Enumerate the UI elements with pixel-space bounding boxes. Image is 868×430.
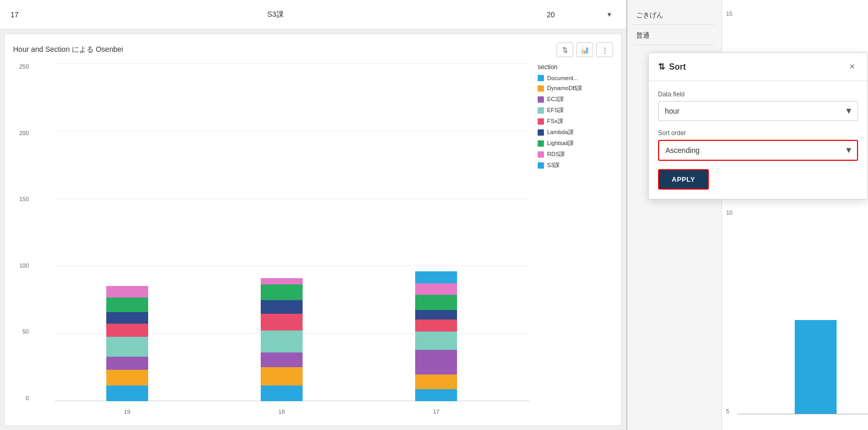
legend-color-ec2 [538, 96, 544, 103]
sort-order-select-wrapper: Ascending Descending ▼ [658, 140, 858, 161]
bar-segment [415, 350, 457, 374]
bars-area [34, 63, 529, 401]
legend-color-dynamodb [538, 85, 544, 92]
sort-dialog-close-button[interactable]: × [846, 60, 858, 73]
x-label-18: 18 [261, 409, 303, 415]
legend-item-s3: S3課 [538, 161, 613, 169]
legend-color-lambda [538, 129, 544, 136]
bar-segment [261, 330, 303, 352]
bar-group-19 [106, 286, 148, 401]
bar-segment [415, 310, 457, 319]
bar-group-18 [261, 278, 303, 401]
legend-label-s3: S3課 [547, 161, 560, 169]
right-bar [795, 320, 837, 414]
bar-segment [106, 337, 148, 357]
bar-segment [106, 370, 148, 385]
bar-segment [261, 284, 303, 300]
sort-dialog-icon: ⇅ [658, 62, 665, 72]
y-label-0: 0 [26, 395, 29, 401]
bar-stack-17 [415, 271, 457, 401]
bar-segment [106, 385, 148, 401]
y-label-250: 250 [19, 63, 29, 70]
legend-label-rds: RDS課 [547, 150, 565, 158]
bar-segment [415, 271, 457, 283]
row-num: 17 [10, 10, 52, 19]
sort-order-select[interactable]: Ascending Descending [658, 140, 858, 161]
chart-header: Hour and Section による Osenbei ⇅ 📊 ⋮ [13, 42, 613, 57]
sort-order-label: Sort order [658, 129, 858, 137]
sidebar-item-gokigen: ごきげん [634, 6, 715, 25]
bar-segment [106, 297, 148, 312]
legend-item-rds: RDS課 [538, 150, 613, 158]
legend: section Document... DynamoDB課 EC2課 EFS課 [529, 63, 613, 417]
right-y-10: 10 [726, 210, 732, 216]
y-label-200: 200 [19, 130, 29, 136]
row-value: 20 [498, 10, 603, 19]
chart-body: 250 200 150 100 50 0 [13, 63, 613, 417]
dropdown-arrow-icon[interactable]: ▼ [603, 8, 616, 21]
right-y-15: 15 [726, 10, 732, 17]
bar-segment [415, 283, 457, 295]
y-axis: 250 200 150 100 50 0 [13, 63, 32, 401]
bar-segment [261, 367, 303, 385]
legend-label-lightsail: Lightsail課 [547, 139, 574, 147]
bar-segment [261, 300, 303, 314]
bar-segment [415, 389, 457, 401]
sort-dialog-header: ⇅ Sort × [649, 53, 867, 81]
chart-title: Hour and Section による Osenbei [13, 45, 123, 54]
bar-segment [106, 286, 148, 297]
legend-item-fsx: FSx課 [538, 117, 613, 125]
legend-color-fsx [538, 118, 544, 125]
apply-button[interactable]: APPLY [658, 169, 709, 190]
row-section: S3課 [52, 10, 498, 19]
legend-label-dynamodb: DynamoDB課 [547, 84, 582, 92]
bar-segment [106, 312, 148, 324]
legend-color-efs [538, 107, 544, 114]
bar-stack-19 [106, 286, 148, 401]
sort-toolbar-button[interactable]: ⇅ [557, 42, 573, 57]
bar-segment [415, 332, 457, 350]
legend-item-document: Document... [538, 75, 613, 81]
right-y-5: 5 [726, 408, 729, 414]
legend-label-ec2: EC2課 [547, 95, 564, 103]
table-row: 17 S3課 20 ▼ [0, 0, 626, 29]
data-field-select[interactable]: hour section [658, 101, 858, 121]
data-field-select-wrapper: hour section ▼ [658, 101, 858, 121]
sidebar-item-futsuu: 普通 [634, 27, 715, 45]
y-label-150: 150 [19, 196, 29, 202]
bar-segment [261, 278, 303, 284]
bar-segment [261, 352, 303, 367]
sort-dialog-title-text: Sort [669, 62, 686, 72]
bar-chart-toolbar-button[interactable]: 📊 [576, 42, 593, 57]
chart-area: 250 200 150 100 50 0 [13, 63, 529, 417]
bar-group-17 [415, 271, 457, 401]
chart-toolbar: ⇅ 📊 ⋮ [557, 42, 613, 57]
sort-dialog-body: Data field hour section ▼ Sort order Asc… [649, 81, 867, 199]
more-options-button[interactable]: ⋮ [596, 42, 613, 57]
y-label-100: 100 [19, 262, 29, 269]
legend-item-efs: EFS課 [538, 106, 613, 114]
legend-label-lambda: Lambda課 [547, 128, 574, 136]
legend-title: section [538, 63, 613, 71]
bar-segment [415, 374, 457, 389]
legend-label-document: Document... [547, 75, 578, 81]
sort-dialog-title: ⇅ Sort [658, 62, 686, 72]
y-label-50: 50 [23, 328, 29, 335]
bar-segment [106, 357, 148, 370]
right-baseline [738, 414, 868, 414]
x-label-19: 19 [106, 409, 148, 415]
bar-segment [106, 324, 148, 337]
legend-color-s3 [538, 162, 544, 169]
chart-panel: Hour and Section による Osenbei ⇅ 📊 ⋮ 250 2… [4, 34, 622, 426]
x-labels: 19 18 17 [34, 409, 529, 415]
data-field-label: Data field [658, 91, 858, 98]
bar-stack-18 [261, 278, 303, 401]
legend-item-ec2: EC2課 [538, 95, 613, 103]
legend-item-lambda: Lambda課 [538, 128, 613, 136]
legend-item-dynamodb: DynamoDB課 [538, 84, 613, 92]
main-content: 17 S3課 20 ▼ Hour and Section による Osenbei… [0, 0, 626, 430]
legend-label-efs: EFS課 [547, 106, 564, 114]
legend-color-lightsail [538, 140, 544, 147]
bar-segment [261, 385, 303, 401]
bar-segment [261, 314, 303, 330]
